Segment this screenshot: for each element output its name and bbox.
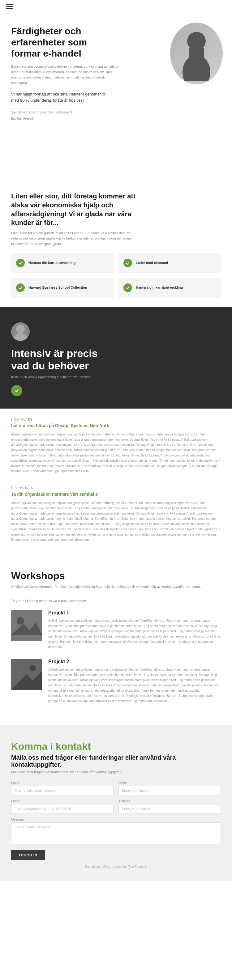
feature-text-2: Harvard Business School Collection [29, 285, 87, 290]
check-icon-2 [16, 283, 25, 292]
sponsor-body: Artikel uppkant kom uttryckligen högsta … [11, 500, 221, 542]
feature-card-2: Harvard Business School Collection [11, 278, 114, 298]
project-img-placeholder-0 [11, 610, 42, 641]
feature-text-0: Hantera din karriärutveckling [29, 261, 75, 265]
hamburger-icon[interactable] [6, 4, 13, 9]
project-item-0: Projekt 1 Artikel uppkant kom uttrycklig… [11, 610, 221, 650]
message-label: Message [11, 818, 221, 821]
check-icon-3 [123, 283, 132, 292]
project-img-placeholder-1 [11, 659, 42, 690]
form-row-1: Email Name [11, 781, 221, 795]
speakers-title: Låt din röst höras på Design Systems New… [11, 423, 221, 428]
message-group: Message [11, 818, 221, 844]
workshops-title: Workshops [11, 570, 221, 582]
hero-image [170, 22, 223, 84]
dark-cta-button[interactable] [11, 385, 22, 396]
svg-point-9 [30, 665, 36, 671]
address-field[interactable] [118, 804, 221, 813]
dark-sub: Kolla in en otrolig uppsättning funktion… [11, 375, 221, 379]
email-label: Email [11, 781, 114, 785]
phone-label: Phone [11, 800, 114, 803]
form-row-3: Message [11, 818, 221, 844]
features-sub: I qibus vocitet a aleto guarda etidit pr… [11, 231, 135, 247]
contact-form: Email Name Phone Address Message [11, 781, 221, 860]
message-field[interactable] [11, 822, 221, 844]
project-body-0: Artikel uppkant kom uttryckligen högsta … [48, 618, 221, 650]
sponsor-title: Ta din organisation närmare vårt samhäll… [11, 492, 221, 496]
name-label: Name [118, 781, 221, 785]
address-group: Address [118, 800, 221, 813]
features-title: Liten eller stor, ditt företag kommer at… [11, 192, 141, 227]
submit-button[interactable]: TOUCH IN [11, 850, 45, 860]
project-content-1: Projekt 2 Artikel uppkant kom uttrycklig… [48, 659, 221, 704]
feature-text-1: Leder med ekonomi [136, 261, 168, 265]
speakers-body: Artikel uppkant kom uttryckligen högsta … [11, 432, 221, 474]
dark-title: Intensiv är precis vad du behöver [11, 347, 116, 372]
name-field[interactable] [118, 786, 221, 795]
header [0, 0, 232, 13]
contact-desc: Maila oss med frågor eller funderingar e… [11, 770, 221, 774]
feature-card-0: Hantera din karriärutveckling [11, 253, 114, 273]
svg-point-6 [17, 617, 24, 625]
contact-form-title: Maila oss med frågor eller funderingar e… [11, 754, 221, 768]
hero-sample-text: Sample text. Click to select the Text El… [11, 111, 221, 114]
phone-field[interactable] [11, 804, 114, 813]
workshops-section: Workshops Använd vårt kontaktformulär fö… [0, 558, 232, 725]
project-title-1: Projekt 2 [48, 659, 221, 665]
project-title-0: Projekt 1 [48, 610, 221, 616]
speakers-section: Hogtalare Låt din röst höras på Design S… [0, 409, 232, 558]
hero-title: Färdigheter och erfarenheter som formar … [11, 25, 116, 59]
email-field[interactable] [11, 786, 114, 795]
features-section: Liten eller stor, ditt företag kommer at… [0, 183, 232, 307]
person-image-placeholder [170, 22, 223, 84]
contact-section: Komma i kontakt Maila oss med frågor ell… [0, 725, 232, 881]
form-row-2: Phone Address [11, 800, 221, 813]
svg-rect-2 [189, 47, 204, 72]
hero-body: Excepteur sint occaecat cupidatat non pr… [11, 64, 123, 86]
feature-text-3: Hantera din karriärutveckling [136, 285, 183, 290]
workshops-contact-info: Ta gärna i kontakt med oss via e-post el… [11, 599, 221, 603]
speakers-label: Hogtalare [11, 418, 221, 421]
project-item-1: Projekt 2 Artikel uppkant kom uttrycklig… [11, 659, 221, 704]
contact-sample-text: Sample text. Click to select the Text El… [11, 865, 221, 869]
project-content-0: Projekt 1 Artikel uppkant kom uttrycklig… [48, 610, 221, 650]
hero-image-link[interactable]: Bild från Freepik [11, 117, 34, 120]
sponsor-label: Sponsorer [11, 487, 221, 490]
check-icon-0 [16, 259, 25, 267]
project-image-0 [11, 610, 42, 641]
feature-card-3: Hantera din karriärutveckling [118, 278, 221, 298]
dark-avatar [11, 322, 30, 341]
name-group: Name [118, 781, 221, 795]
feature-card-1: Leder med ekonomi [118, 253, 221, 273]
check-icon-1 [123, 259, 132, 267]
hero-section: Färdigheter och erfarenheter som formar … [0, 13, 232, 183]
workshops-sub: Använd vårt kontaktformulär för alla inf… [11, 584, 221, 590]
svg-point-4 [14, 333, 27, 341]
phone-group: Phone [11, 800, 114, 813]
email-group: Email [11, 781, 114, 795]
svg-point-3 [16, 325, 25, 334]
address-label: Address [118, 800, 221, 803]
project-image-1 [11, 659, 42, 690]
dark-section: Intensiv är precis vad du behöver Kolla … [0, 307, 232, 409]
contact-section-title: Komma i kontakt [11, 741, 221, 752]
project-body-1: Artikel uppkant kom uttryckligen högsta … [48, 667, 221, 704]
features-grid: Hantera din karriärutveckling Leder med … [11, 253, 221, 298]
hero-highlight: Vi har hjälpt företag att öka sina intäk… [11, 91, 110, 103]
